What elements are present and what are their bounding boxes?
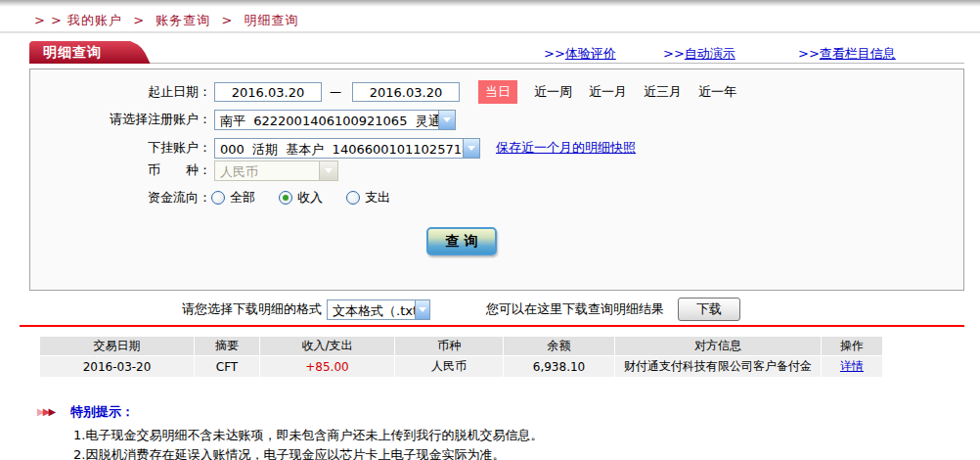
red-divider-rule: [20, 325, 964, 327]
dropdown-arrow-icon: [415, 300, 429, 319]
top-gradient-band: [0, 0, 980, 7]
tab-detail-query: 明细查询: [29, 41, 133, 64]
breadcrumb: > > 我的账户 > 账务查询 > 明细查询: [34, 12, 298, 29]
fund-flow-label: 资金流向：: [30, 189, 211, 207]
radio-flow-all[interactable]: [211, 191, 225, 205]
breadcrumb-separator: >: [221, 13, 233, 27]
notice-item: 1.电子现金交易明细不含未达账项，即未包含商户还未上传到我行的脱机交易信息。: [73, 426, 966, 445]
tab-underline: [29, 63, 964, 64]
col-header-balance: 余额: [504, 337, 614, 355]
sub-account-label: 下挂账户：: [30, 139, 211, 157]
date-from-input[interactable]: [214, 82, 322, 102]
radio-flow-income[interactable]: [279, 191, 292, 205]
dropdown-arrow-icon: [463, 139, 479, 158]
sub-account-select[interactable]: 000 活期 基本户 1406600101102571848: [214, 138, 480, 159]
special-notice: ▶▶▶ 特别提示： 1.电子现金交易明细不含未达账项，即未包含商户还未上传到我行…: [37, 404, 966, 460]
quick-range-quarter[interactable]: 近三月: [644, 83, 682, 101]
breadcrumb-divider: [0, 31, 980, 33]
quick-range-year[interactable]: 近一年: [698, 83, 736, 101]
col-header-action: 操作: [822, 337, 882, 355]
quick-range-month[interactable]: 近一月: [589, 83, 627, 101]
download-result-label: 您可以在这里下载查询明细结果: [486, 300, 664, 318]
link-label: 查看栏目信息: [820, 46, 896, 61]
breadcrumb-item-account-query[interactable]: 账务查询: [156, 13, 210, 27]
radio-flow-income-label: 收入: [297, 189, 323, 207]
link-auto-demo[interactable]: >>自动演示: [663, 45, 735, 63]
download-button[interactable]: 下载: [678, 298, 740, 321]
detail-link[interactable]: 详情: [840, 359, 864, 373]
cell-date: 2016-03-20: [40, 356, 194, 377]
sub-account-value: 000 活期 基本户 1406600101102571848: [215, 139, 463, 158]
date-to-input[interactable]: [352, 82, 460, 102]
cell-summary: CFT: [195, 356, 259, 377]
cell-counterparty: 财付通支付科技有限公司客户备付金: [615, 356, 821, 377]
register-account-row: 请选择注册账户： 南平 6222001406100921065 灵通卡: [30, 108, 456, 131]
register-account-value: 南平 6222001406100921065 灵通卡: [215, 111, 438, 129]
notice-items: 1.电子现金交易明细不含未达账项，即未包含商户还未上传到我行的脱机交易信息。 2…: [37, 426, 966, 460]
currency-value: 人民币: [215, 161, 263, 180]
link-prefix: >>: [544, 46, 565, 61]
download-row: 请您选择下载明细的格式 文本格式（.txt） 您可以在这里下载查询明细结果 下载: [182, 297, 740, 322]
currency-row: 币 种： 人民币: [30, 159, 338, 182]
download-format-value: 文本格式（.txt）: [328, 300, 415, 319]
col-header-counterparty: 对方信息: [615, 337, 821, 355]
sub-account-row: 下挂账户： 000 活期 基本户 1406600101102571848 保存近…: [30, 136, 636, 160]
radio-flow-expense[interactable]: [346, 191, 360, 205]
today-button[interactable]: 当日: [478, 80, 517, 104]
date-range-row: 起止日期： — 当日 近一周 近一月 近三月 近一年: [30, 80, 736, 104]
table-row: 2016-03-20 CFT +85.00 人民币 6,938.10 财付通支付…: [40, 356, 882, 377]
breadcrumb-item-my-account[interactable]: 我的账户: [67, 13, 122, 27]
notice-item: 2.因脱机消费存在延误入账情况，电子现金应以芯片卡上电子现金实际为准。: [73, 445, 966, 460]
link-label: 自动演示: [685, 46, 735, 61]
triple-arrow-icon: ▶▶▶: [37, 407, 54, 417]
link-experience-rating[interactable]: >>体验评价: [544, 45, 616, 63]
date-separator: —: [330, 85, 341, 99]
download-format-label: 请您选择下载明细的格式: [182, 300, 322, 318]
quick-range-week[interactable]: 近一周: [534, 83, 572, 101]
link-prefix: >>: [798, 46, 820, 61]
col-header-date: 交易日期: [40, 337, 194, 355]
link-label: 体验评价: [565, 46, 616, 61]
radio-flow-expense-label: 支出: [365, 189, 390, 207]
link-prefix: >>: [663, 46, 685, 61]
cell-currency: 人民币: [395, 356, 503, 377]
link-view-column-info[interactable]: >>查看栏目信息: [798, 45, 896, 63]
tab-label: 明细查询: [29, 41, 133, 64]
breadcrumb-prefix: > >: [34, 13, 63, 27]
download-format-select[interactable]: 文本格式（.txt）: [327, 299, 430, 320]
transaction-table: 交易日期 摘要 收入/支出 币种 余额 对方信息 操作 2016-03-20 C…: [39, 336, 883, 378]
notice-header: ▶▶▶ 特别提示：: [37, 404, 966, 420]
dropdown-arrow-icon: [319, 161, 337, 180]
radio-flow-all-label: 全部: [230, 189, 255, 207]
notice-title: 特别提示：: [70, 403, 134, 421]
col-header-amount: 收入/支出: [260, 337, 394, 355]
register-account-select[interactable]: 南平 6222001406100921065 灵通卡: [214, 110, 456, 130]
query-button[interactable]: 查 询: [426, 227, 497, 255]
detail-query-page: > > 我的账户 > 账务查询 > 明细查询 明细查询 >>体验评价 >>自动演…: [0, 0, 980, 460]
breadcrumb-item-detail-query[interactable]: 明细查询: [244, 13, 298, 27]
register-account-label: 请选择注册账户：: [30, 111, 211, 128]
col-header-summary: 摘要: [195, 337, 259, 355]
date-range-label: 起止日期：: [30, 83, 211, 101]
currency-label: 币 种：: [30, 161, 211, 179]
cell-amount: +85.00: [260, 356, 394, 377]
cell-balance: 6,938.10: [504, 356, 614, 377]
dropdown-arrow-icon: [438, 111, 455, 129]
save-snapshot-link[interactable]: 保存近一个月的明细快照: [496, 139, 636, 157]
fund-flow-row: 资金流向： 全部 收入 支出: [30, 186, 390, 209]
breadcrumb-separator: >: [133, 13, 145, 27]
query-form-panel: 起止日期： — 当日 近一周 近一月 近三月 近一年 请选择注册账户： 南平 6…: [29, 69, 964, 291]
currency-select-disabled: 人民币: [214, 161, 338, 181]
table-header-row: 交易日期 摘要 收入/支出 币种 余额 对方信息 操作: [40, 337, 882, 355]
col-header-currency: 币种: [395, 337, 503, 355]
